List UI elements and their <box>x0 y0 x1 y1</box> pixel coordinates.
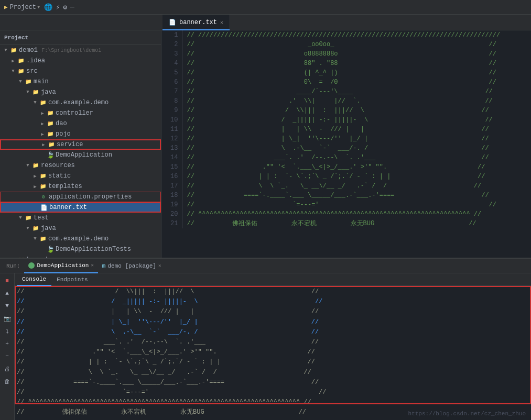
tree-item-application-properties[interactable]: ⚙ application.properties <box>0 192 161 202</box>
line-number: 19 <box>161 200 182 209</box>
tree-item-demo-application[interactable]: 🍃 DemoApplication <box>0 150 161 160</box>
line-number: 4 <box>161 59 182 68</box>
expand-arrow: ▼ <box>31 236 39 241</box>
tree-item-idea[interactable]: ▶ 📁 .idea <box>0 56 161 66</box>
line-number: 3 <box>161 49 182 59</box>
tree-item-controller[interactable]: ▶ 📁 controller <box>0 108 161 118</box>
trash-button[interactable]: 🗑 <box>2 376 13 386</box>
tab-banner-txt[interactable]: 📄 banner.txt ✕ <box>162 15 230 30</box>
top-bar-actions: 🌐 ⚡ ⚙ — <box>44 3 74 12</box>
lightning-icon[interactable]: ⚡ <box>56 3 60 12</box>
editor-line-8: 8 // .' \\| |// `. // <box>161 96 531 106</box>
tree-item-resources[interactable]: ▼ 📁 resources <box>0 160 161 171</box>
scroll-up-button[interactable]: ▲ <box>2 288 13 299</box>
console-toolbar: ■ ▲ ▼ 📷 ⤵ + − 🖨 🗑 <box>0 273 15 420</box>
tree-item-demo1[interactable]: ▼ 📁 demo1 F:\Springboot\demo1 <box>0 45 161 56</box>
editor-line-2: 2 // _oo0oo_ // <box>161 40 531 49</box>
line-number: 21 <box>161 219 182 228</box>
console-tab[interactable]: Console <box>17 273 51 286</box>
tree-item-com-example-demo[interactable]: ▼ 📁 com.example.demo <box>0 97 161 108</box>
line-number: 11 <box>161 125 182 134</box>
folder-blue-icon: 📁 <box>39 98 47 107</box>
run-status-icon <box>28 262 35 269</box>
editor-line-6: 6 // 0\ = /0 // <box>161 78 531 87</box>
run-tab-demo-package[interactable]: m demo [package] ✕ <box>98 259 165 273</box>
line-code: // ____/`---'\____ // <box>182 87 531 96</box>
tree-label-test: test <box>32 214 49 222</box>
top-bar: ▶ Project ▼ 🌐 ⚡ ⚙ — <box>0 0 531 15</box>
editor-line-14: 14 // ___`. .' /--.--\ `. .'___ // <box>161 153 531 162</box>
tree-label-resources: resources <box>40 162 75 169</box>
line-number: 15 <box>161 162 182 172</box>
code-table: 1 // ///////////////////////////////////… <box>161 30 531 228</box>
folder-blue-icon: 📁 <box>31 224 40 233</box>
tree-item-service[interactable]: ▶ 📁 service <box>0 139 161 150</box>
project-tree: ▼ 📁 demo1 F:\Springboot\demo1 ▶ 📁 .idea … <box>0 45 161 258</box>
endpoints-tab[interactable]: Endpoints <box>51 273 93 286</box>
tree-item-pojo[interactable]: ▶ 📁 pojo <box>0 129 161 139</box>
line-code: // `=---=' // <box>182 200 531 209</box>
folder-icon: 📁 <box>9 46 18 54</box>
remove-button[interactable]: − <box>2 351 13 361</box>
project-sidebar: Project ▼ 📁 demo1 F:\Springboot\demo1 ▶ … <box>0 30 161 258</box>
globe-icon[interactable]: 🌐 <box>44 3 52 12</box>
editor-line-13: 13 // \ .-\__ `-` ___/-. / // <box>161 143 531 153</box>
tree-item-src[interactable]: ▼ 📁 src <box>0 66 161 76</box>
wrap-button[interactable]: ⤵ <box>2 326 13 336</box>
run-tab-demo-app[interactable]: DemoApplication ✕ <box>24 259 97 273</box>
tree-item-templates[interactable]: ▶ 📁 templates <box>0 181 161 192</box>
tree-label-service: service <box>56 141 83 148</box>
scroll-down-button[interactable]: ▼ <box>2 301 13 311</box>
sidebar-title: Project <box>4 35 28 41</box>
minimize-icon[interactable]: — <box>70 3 74 11</box>
tree-label-demo-application: DemoApplication <box>55 151 112 159</box>
console-output-line: // \ \ `_. \_ __\/__ _/ .-` / / // <box>17 368 529 378</box>
tree-label-test-java: java <box>40 225 56 232</box>
expand-arrow: ▼ <box>2 48 9 53</box>
tree-item-banner-txt[interactable]: 📄 banner.txt <box>0 202 161 213</box>
tree-item-test-com-example-demo[interactable]: ▼ 📁 com.example.demo <box>0 234 161 244</box>
dropdown-arrow[interactable]: ▼ <box>37 5 40 10</box>
console-output-line: // ."" '< `.___\_<|>_/___.' >'" "". // <box>17 347 529 357</box>
watermark: https://blog.csdn.net/cz_chen_zhuo <box>408 411 526 417</box>
editor-line-1: 1 // ///////////////////////////////////… <box>161 30 531 40</box>
folder-icon: 📁 <box>17 57 25 65</box>
run-tab-close[interactable]: ✕ <box>91 262 93 268</box>
console-output-line: // `=---=' // <box>17 388 529 397</box>
line-code: // ====`-.____`.___ \_____/___.-`___.-'=… <box>182 191 531 200</box>
tree-item-static[interactable]: ▶ 📁 static <box>0 171 161 181</box>
expand-arrow: ▶ <box>9 58 17 64</box>
camera-button[interactable]: 📷 <box>2 313 13 324</box>
tree-label-java: java <box>40 89 56 96</box>
add-button[interactable]: + <box>2 338 13 349</box>
editor-line-19: 19 // `=---=' // <box>161 200 531 209</box>
expand-arrow: ▼ <box>24 90 31 95</box>
tree-item-dao[interactable]: ▶ 📁 dao <box>0 118 161 129</box>
tree-item-main[interactable]: ▼ 📁 main <box>0 76 161 87</box>
console-output[interactable]: // / \\||| : |||// \ //// / _||||| -:- |… <box>15 286 531 420</box>
tree-item-java[interactable]: ▼ 📁 java <box>0 87 161 97</box>
line-number: 7 <box>161 87 182 96</box>
tree-item-test[interactable]: ▼ 📁 test <box>0 213 161 223</box>
folder-blue-icon: 📁 <box>24 78 32 86</box>
code-view[interactable]: 1 // ///////////////////////////////////… <box>161 30 531 258</box>
folder-blue-icon: 📁 <box>46 109 55 117</box>
tab-file-icon: 📄 <box>169 19 176 26</box>
settings-icon[interactable]: ⚙ <box>63 3 67 12</box>
line-code: // \ \ `_. \_ __\/__ _/ .-` / / // <box>182 181 531 191</box>
expand-arrow: ▼ <box>17 215 24 220</box>
line-number: 9 <box>161 106 182 115</box>
run-tab-close-2[interactable]: ✕ <box>158 263 161 269</box>
tree-item-demo-application-tests[interactable]: 🍃 DemoApplicationTests <box>0 244 161 255</box>
console-output-line: // ^^^^^^^^^^^^^^^^^^^^^^^^^^^^^^^^^^^^^… <box>17 397 529 407</box>
print-button[interactable]: 🖨 <box>2 363 13 374</box>
line-code: // 佛祖保佑 永不宕机 永无BUG // <box>182 219 531 228</box>
line-code: // ___`. .' /--.--\ `. .'___ // <box>182 153 531 162</box>
folder-blue-icon: 📁 <box>39 235 47 243</box>
tab-close-button[interactable]: ✕ <box>220 19 223 26</box>
stop-button[interactable]: ■ <box>2 275 13 286</box>
line-code: // | | : `- \`.;`\ _ /`;.`/ - ` : | | // <box>182 172 531 181</box>
tree-item-test-java[interactable]: ▼ 📁 java <box>0 223 161 234</box>
expand-arrow: ▶ <box>39 110 46 116</box>
line-number: 17 <box>161 181 182 191</box>
